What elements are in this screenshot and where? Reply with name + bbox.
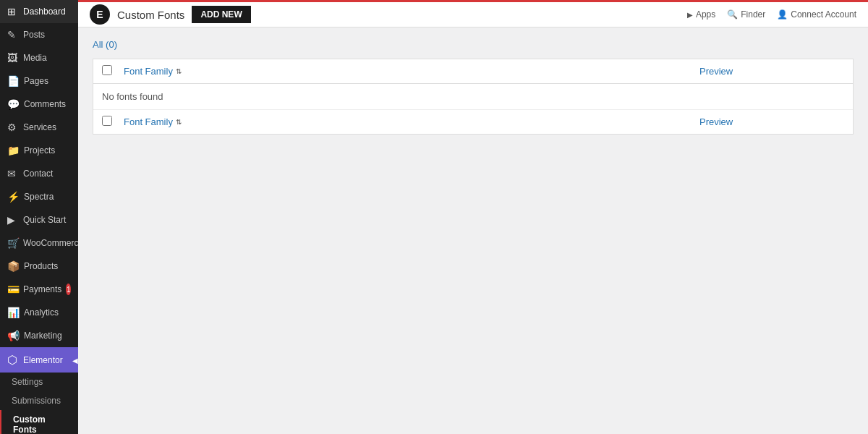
- payments-icon: 💳: [7, 284, 19, 295]
- fonts-table: Font Family ⇅ Preview No fonts found Fon…: [93, 59, 854, 135]
- filter-bar: All (0): [93, 39, 854, 50]
- main-content: E Custom Fonts ADD NEW ▶ Apps 🔍 Finder 👤…: [78, 0, 868, 434]
- finder-label: Finder: [741, 9, 765, 20]
- sidebar-item-payments[interactable]: 💳 Payments 1: [0, 278, 78, 301]
- sidebar-item-contact[interactable]: ✉ Contact: [0, 162, 78, 185]
- empty-message-row: No fonts found: [93, 84, 853, 110]
- products-icon: 📦: [7, 260, 20, 272]
- sidebar-item-analytics[interactable]: 📊 Analytics: [0, 301, 78, 324]
- sidebar-item-label: Spectra: [24, 192, 54, 202]
- col-preview-header: Preview: [699, 66, 844, 77]
- apps-arrow-icon: ▶: [687, 11, 693, 19]
- submenu-item-custom-fonts[interactable]: Custom Fonts: [0, 410, 78, 434]
- finder-button[interactable]: 🔍 Finder: [727, 9, 765, 20]
- sidebar-item-label: Projects: [24, 145, 55, 156]
- marketing-icon: 📢: [7, 330, 20, 341]
- sidebar-item-pages[interactable]: 📄 Pages: [0, 69, 78, 93]
- topbar-left: E Custom Fonts ADD NEW: [90, 4, 251, 25]
- elementor-submenu: Settings Submissions Custom Fonts Custom…: [0, 373, 78, 434]
- sidebar-item-label: Services: [23, 122, 56, 132]
- apps-label: Apps: [696, 9, 715, 20]
- sort-icon: ⇅: [176, 67, 182, 75]
- sidebar-item-label: Elementor: [23, 355, 63, 365]
- contact-icon: ✉: [7, 168, 19, 179]
- connect-account-label: Connect Account: [791, 9, 856, 20]
- sidebar-item-products[interactable]: 📦 Products: [0, 255, 78, 278]
- elementor-icon: ⬡: [7, 353, 19, 367]
- projects-icon: 📁: [7, 145, 20, 156]
- col-preview-footer: Preview: [699, 116, 844, 127]
- add-new-button[interactable]: ADD NEW: [192, 6, 250, 23]
- sidebar-item-label: Marketing: [24, 331, 62, 341]
- sidebar: ⊞ Dashboard ✎ Posts 🖼 Media 📄 Pages 💬 Co…: [0, 0, 78, 434]
- payments-badge: 1: [66, 284, 71, 295]
- sidebar-item-services[interactable]: ⚙ Services: [0, 116, 78, 139]
- col-font-footer[interactable]: Font Family ⇅: [124, 116, 699, 127]
- sidebar-item-label: Analytics: [24, 307, 59, 318]
- elementor-logo: E: [90, 4, 110, 25]
- select-all-checkbox[interactable]: [102, 65, 112, 75]
- sidebar-item-projects[interactable]: 📁 Projects: [0, 139, 78, 162]
- services-icon: ⚙: [7, 122, 19, 133]
- woocommerce-icon: 🛒: [7, 237, 19, 249]
- sort-footer-icon: ⇅: [176, 118, 182, 126]
- table-header: Font Family ⇅ Preview: [93, 59, 853, 84]
- submenu-item-submissions[interactable]: Submissions: [0, 391, 78, 410]
- search-icon: 🔍: [727, 9, 738, 20]
- quickstart-icon: ▶: [7, 214, 19, 226]
- sidebar-item-elementor[interactable]: ⬡ Elementor ◀: [0, 347, 78, 373]
- filter-all-link[interactable]: All (0): [93, 39, 117, 50]
- chevron-right-icon: ◀: [72, 356, 78, 364]
- sidebar-item-label: Contact: [23, 169, 53, 179]
- pages-icon: 📄: [7, 75, 20, 87]
- sidebar-item-label: WooCommerce: [23, 238, 78, 248]
- analytics-icon: 📊: [7, 307, 20, 318]
- page-title: Custom Fonts: [117, 9, 184, 21]
- table-footer: Font Family ⇅ Preview: [93, 110, 853, 134]
- comments-icon: 💬: [7, 98, 20, 110]
- sidebar-item-label: Comments: [24, 99, 66, 109]
- sidebar-item-marketing[interactable]: 📢 Marketing: [0, 324, 78, 347]
- sidebar-item-dashboard[interactable]: ⊞ Dashboard: [0, 0, 78, 23]
- sidebar-item-label: Payments: [23, 284, 61, 294]
- sidebar-item-label: Dashboard: [23, 7, 66, 17]
- sidebar-item-label: Pages: [24, 76, 48, 86]
- content-area: All (0) Font Family ⇅ Preview: [78, 27, 868, 434]
- submenu-item-settings[interactable]: Settings: [0, 373, 78, 391]
- posts-icon: ✎: [7, 29, 19, 41]
- user-icon: 👤: [777, 9, 788, 20]
- header-checkbox-col: [102, 65, 124, 77]
- topbar: E Custom Fonts ADD NEW ▶ Apps 🔍 Finder 👤…: [78, 0, 868, 27]
- topbar-right: ▶ Apps 🔍 Finder 👤 Connect Account: [687, 9, 856, 20]
- sidebar-item-label: Posts: [23, 30, 45, 40]
- sidebar-item-label: Media: [23, 53, 47, 63]
- spectra-icon: ⚡: [7, 191, 20, 203]
- sidebar-item-label: Quick Start: [23, 215, 66, 225]
- sidebar-item-woocommerce[interactable]: 🛒 WooCommerce: [0, 231, 78, 255]
- connect-account-button[interactable]: 👤 Connect Account: [777, 9, 856, 20]
- footer-checkbox-col: [102, 116, 124, 128]
- media-icon: 🖼: [7, 52, 19, 64]
- sidebar-item-quickstart[interactable]: ▶ Quick Start: [0, 208, 78, 231]
- col-font-header[interactable]: Font Family ⇅: [124, 66, 699, 77]
- dashboard-icon: ⊞: [7, 6, 19, 17]
- sidebar-item-posts[interactable]: ✎ Posts: [0, 23, 78, 46]
- footer-select-all-checkbox[interactable]: [102, 116, 112, 126]
- sidebar-item-label: Products: [24, 261, 58, 271]
- sidebar-item-comments[interactable]: 💬 Comments: [0, 93, 78, 116]
- sidebar-item-media[interactable]: 🖼 Media: [0, 46, 78, 69]
- sidebar-item-spectra[interactable]: ⚡ Spectra: [0, 185, 78, 208]
- apps-button[interactable]: ▶ Apps: [687, 9, 715, 20]
